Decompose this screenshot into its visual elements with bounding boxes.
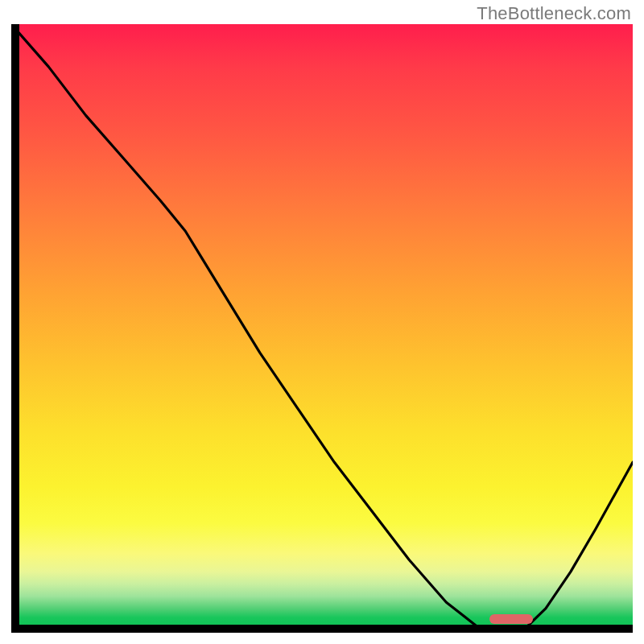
watermark-text: TheBottleneck.com bbox=[477, 3, 631, 24]
optimal-range-marker bbox=[489, 614, 533, 624]
chart-plot-area bbox=[11, 24, 633, 633]
chart-curve bbox=[11, 24, 633, 633]
